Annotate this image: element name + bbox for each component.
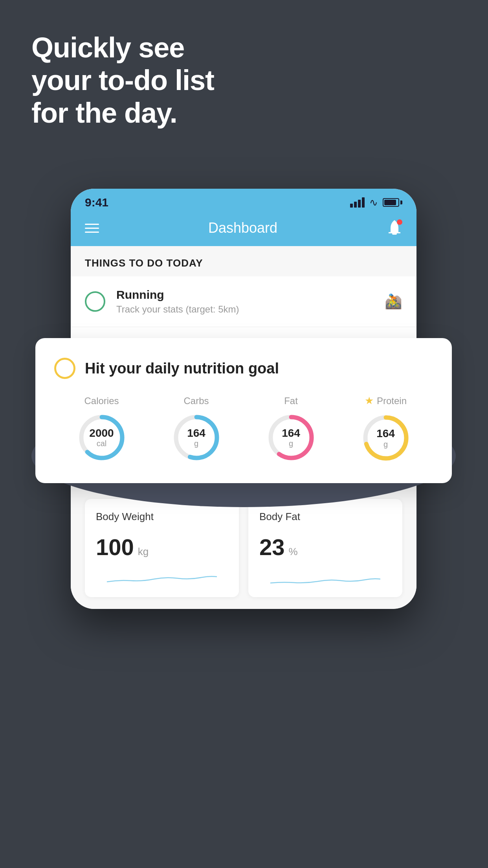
carbs-value: 164 xyxy=(187,427,205,439)
hero-line2: your to-do list xyxy=(31,64,214,97)
fat-value: 164 xyxy=(282,427,300,439)
nutrition-check-circle[interactable] xyxy=(54,358,75,379)
nutrition-card-header: Hit your daily nutrition goal xyxy=(54,358,433,379)
body-weight-value: 100 xyxy=(96,534,134,560)
status-bar: 9:41 ∿ xyxy=(71,189,416,213)
calories-value: 2000 xyxy=(89,427,114,439)
nutrition-stats: Calories 2000 cal Carbs xyxy=(54,395,433,463)
fat-unit: g xyxy=(282,439,300,448)
status-time: 9:41 xyxy=(85,196,108,209)
signal-icon xyxy=(350,197,365,208)
hero-line3: for the day. xyxy=(31,97,214,129)
todo-check-running[interactable] xyxy=(85,291,105,312)
protein-unit: g xyxy=(376,440,395,448)
star-icon: ★ xyxy=(365,395,374,407)
hero-line1: Quickly see xyxy=(31,31,214,64)
carbs-donut: 164 g xyxy=(171,412,222,463)
body-fat-unit: % xyxy=(289,546,298,558)
body-fat-chart xyxy=(259,568,391,588)
nutrition-card-title: Hit your daily nutrition goal xyxy=(85,360,279,377)
stat-calories: Calories 2000 cal xyxy=(76,395,127,463)
body-fat-value: 23 xyxy=(259,534,285,560)
nav-bar: Dashboard xyxy=(71,213,416,246)
protein-label: Protein xyxy=(377,395,407,406)
body-weight-title: Body Weight xyxy=(96,511,228,523)
carbs-unit: g xyxy=(187,439,205,448)
calories-label: Calories xyxy=(84,395,119,406)
notification-dot xyxy=(397,219,402,225)
battery-icon xyxy=(383,198,402,207)
calories-donut: 2000 cal xyxy=(76,412,127,463)
body-weight-unit: kg xyxy=(138,546,149,558)
todo-text-running: Running Track your stats (target: 5km) xyxy=(116,288,374,315)
calories-unit: cal xyxy=(89,439,114,448)
things-section-header: THINGS TO DO TODAY xyxy=(71,246,416,276)
shoe-icon: 🚵 xyxy=(385,293,402,310)
wifi-icon: ∿ xyxy=(369,197,378,209)
fat-donut: 164 g xyxy=(266,412,317,463)
progress-card-body-weight[interactable]: Body Weight 100 kg xyxy=(85,499,239,597)
todo-title-running: Running xyxy=(116,288,374,302)
notification-button[interactable] xyxy=(387,219,402,237)
body-weight-chart xyxy=(96,568,228,588)
carbs-label: Carbs xyxy=(183,395,209,406)
body-fat-value-row: 23 % xyxy=(259,534,391,560)
todo-item-running[interactable]: Running Track your stats (target: 5km) 🚵 xyxy=(71,276,416,327)
stat-protein: ★ Protein 164 g xyxy=(360,395,411,463)
menu-button[interactable] xyxy=(85,224,99,233)
stat-fat: Fat 164 g xyxy=(266,395,317,463)
progress-cards: Body Weight 100 kg Body Fat 23 % xyxy=(85,499,402,597)
nav-title: Dashboard xyxy=(208,220,277,236)
todo-subtitle-running: Track your stats (target: 5km) xyxy=(116,304,374,315)
protein-label-row: ★ Protein xyxy=(365,395,407,407)
progress-card-body-fat[interactable]: Body Fat 23 % xyxy=(248,499,402,597)
nutrition-card: Hit your daily nutrition goal Calories 2… xyxy=(35,338,452,483)
body-weight-value-row: 100 kg xyxy=(96,534,228,560)
protein-value: 164 xyxy=(376,428,395,440)
stat-carbs: Carbs 164 g xyxy=(171,395,222,463)
hero-text: Quickly see your to-do list for the day. xyxy=(31,31,214,129)
status-icons: ∿ xyxy=(350,197,402,209)
body-fat-title: Body Fat xyxy=(259,511,391,523)
fat-label: Fat xyxy=(284,395,298,406)
protein-donut: 164 g xyxy=(360,412,411,463)
